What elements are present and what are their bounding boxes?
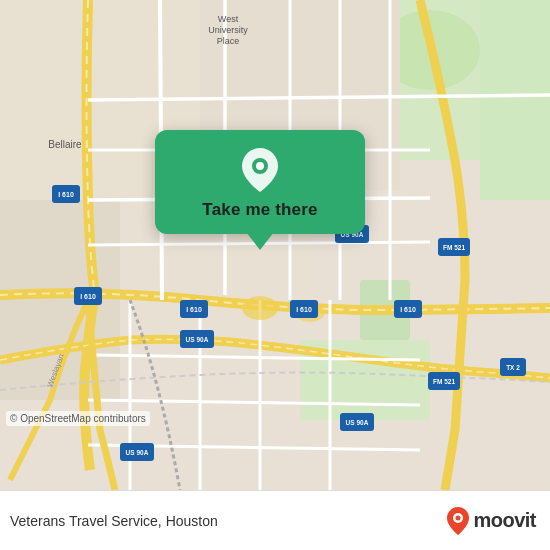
svg-point-60 — [456, 515, 461, 520]
svg-text:I 610: I 610 — [400, 306, 416, 313]
svg-text:US 90A: US 90A — [186, 336, 209, 343]
svg-text:University: University — [208, 25, 248, 35]
map-popup[interactable]: Take me there — [155, 130, 365, 234]
svg-text:Place: Place — [217, 36, 240, 46]
map-container: I 610 I 610 I 610 I 610 I 610 US 90A US … — [0, 0, 550, 490]
svg-rect-5 — [480, 0, 550, 200]
svg-point-58 — [256, 162, 264, 170]
svg-text:Bellaire: Bellaire — [48, 139, 82, 150]
svg-text:US 90A: US 90A — [346, 419, 369, 426]
svg-point-26 — [242, 296, 278, 320]
svg-text:I 610: I 610 — [58, 191, 74, 198]
svg-text:I 610: I 610 — [186, 306, 202, 313]
moovit-logo-icon — [447, 507, 469, 535]
take-me-there-label: Take me there — [202, 200, 317, 220]
bottom-bar: Veterans Travel Service, Houston moovit — [0, 490, 550, 550]
osm-credit: © OpenStreetMap contributors — [6, 411, 150, 426]
svg-text:I 610: I 610 — [80, 293, 96, 300]
location-pin-icon — [238, 148, 282, 192]
svg-text:West: West — [218, 14, 239, 24]
svg-text:TX 2: TX 2 — [506, 364, 520, 371]
svg-text:FM 521: FM 521 — [433, 378, 455, 385]
moovit-logo: moovit — [447, 507, 536, 535]
svg-text:I 610: I 610 — [296, 306, 312, 313]
svg-text:US 90A: US 90A — [126, 449, 149, 456]
moovit-text: moovit — [473, 509, 536, 532]
svg-text:FM 521: FM 521 — [443, 244, 465, 251]
location-text: Veterans Travel Service, Houston — [10, 513, 218, 529]
